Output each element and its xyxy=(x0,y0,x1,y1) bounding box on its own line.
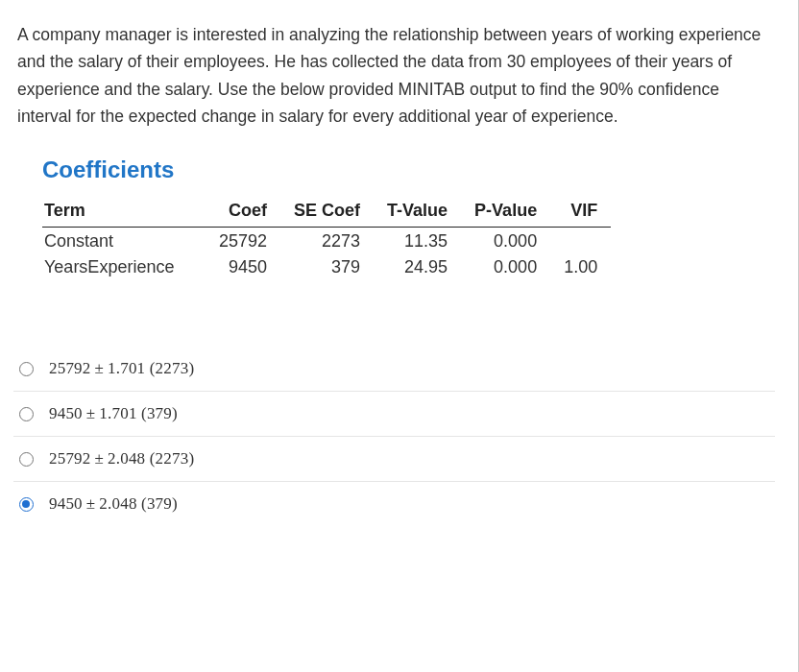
radio-icon xyxy=(19,362,34,376)
col-vif: VIF xyxy=(550,197,611,228)
cell-se: 379 xyxy=(280,253,374,279)
table-header-row: Term Coef SE Coef T-Value P-Value VIF xyxy=(42,197,611,228)
option-label: 25792±1.701 (2273) xyxy=(49,359,194,378)
question-text: A company manager is interested in analy… xyxy=(17,21,775,130)
col-term: Term xyxy=(42,197,206,228)
table-row: Constant 25792 2273 11.35 0.000 xyxy=(42,228,611,254)
cell-p: 0.000 xyxy=(461,253,550,279)
cell-coef: 9450 xyxy=(206,253,280,279)
cell-term: Constant xyxy=(42,228,206,254)
cell-vif: 1.00 xyxy=(550,253,611,279)
table-row: YearsExperience 9450 379 24.95 0.000 1.0… xyxy=(42,253,611,279)
cell-p: 0.000 xyxy=(461,228,550,254)
option-label: 25792±2.048 (2273) xyxy=(49,449,194,468)
answer-option-2[interactable]: 9450±1.701 (379) xyxy=(13,392,775,437)
cell-coef: 25792 xyxy=(206,228,280,254)
col-se: SE Coef xyxy=(280,197,374,228)
radio-icon xyxy=(19,407,34,421)
col-coef: Coef xyxy=(206,197,280,228)
cell-t: 24.95 xyxy=(374,253,461,279)
coefficients-heading: Coefficients xyxy=(42,156,775,183)
cell-t: 11.35 xyxy=(374,228,461,254)
minitab-output: Coefficients Term Coef SE Coef T-Value P… xyxy=(17,156,775,279)
option-label: 9450±1.701 (379) xyxy=(49,404,178,423)
cell-vif xyxy=(550,228,611,254)
radio-icon xyxy=(19,497,34,512)
coefficients-table: Term Coef SE Coef T-Value P-Value VIF Co… xyxy=(42,197,611,279)
answer-options: 25792±1.701 (2273) 9450±1.701 (379) 2579… xyxy=(13,347,775,526)
question-page: A company manager is interested in analy… xyxy=(0,0,799,672)
col-p: P-Value xyxy=(461,197,550,228)
col-t: T-Value xyxy=(374,197,461,228)
answer-option-1[interactable]: 25792±1.701 (2273) xyxy=(13,347,775,392)
cell-se: 2273 xyxy=(280,228,374,254)
cell-term: YearsExperience xyxy=(42,253,206,279)
option-label: 9450±2.048 (379) xyxy=(49,494,178,514)
radio-icon xyxy=(19,452,34,467)
answer-option-3[interactable]: 25792±2.048 (2273) xyxy=(13,437,775,482)
answer-option-4[interactable]: 9450±2.048 (379) xyxy=(13,482,775,526)
